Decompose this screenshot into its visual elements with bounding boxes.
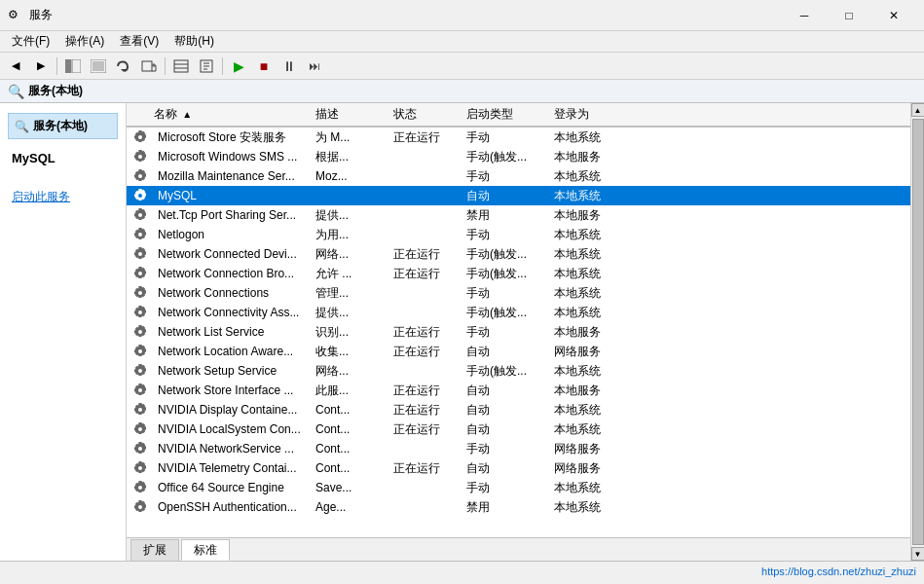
- table-row[interactable]: Microsoft Store 安装服务 为 M... 正在运行 手动 本地系统: [127, 128, 910, 147]
- row-name: NVIDIA LocalSystem Con...: [154, 422, 312, 436]
- table-row[interactable]: OpenSSH Authentication... Age... 禁用 本地系统: [127, 497, 910, 517]
- table-row[interactable]: Network Connectivity Ass... 提供... 手动(触发.…: [127, 303, 910, 322]
- row-startup: 自动: [462, 402, 550, 419]
- menu-view[interactable]: 查看(V): [112, 31, 166, 52]
- table-row[interactable]: Mozilla Maintenance Ser... Moz... 手动 本地系…: [127, 166, 910, 186]
- scroll-down-arrow[interactable]: ▼: [911, 547, 925, 561]
- menu-action[interactable]: 操作(A): [57, 31, 112, 52]
- row-startup: 禁用: [462, 499, 550, 516]
- row-desc: 管理...: [312, 285, 389, 302]
- row-desc: Moz...: [312, 169, 389, 183]
- properties-btn[interactable]: [195, 55, 218, 77]
- row-login: 本地系统: [550, 129, 638, 146]
- menu-file[interactable]: 文件(F): [4, 31, 57, 52]
- stop-button[interactable]: ■: [252, 55, 276, 77]
- row-startup: 手动: [462, 129, 550, 146]
- row-login: 本地系统: [550, 246, 638, 263]
- list-btn[interactable]: [169, 55, 193, 77]
- table-row[interactable]: NVIDIA Display Containe... Cont... 正在运行 …: [127, 400, 910, 420]
- table-row[interactable]: NVIDIA Telemetry Contai... Cont... 正在运行 …: [127, 458, 910, 478]
- table-row[interactable]: Network Location Aware... 收集... 正在运行 自动 …: [127, 342, 910, 361]
- table-row[interactable]: Microsoft Windows SMS ... 根据... 手动(触发...…: [127, 147, 910, 166]
- right-panel: 名称 ▲ 描述 状态 启动类型 登录为 Microsoft Store 安装服务…: [127, 103, 910, 561]
- row-desc: 允许 ...: [312, 266, 389, 282]
- row-icon-cell: [127, 363, 154, 379]
- col-header-login[interactable]: 登录为: [550, 106, 638, 123]
- service-name: MySQL: [12, 151, 114, 165]
- table-row[interactable]: NVIDIA LocalSystem Con... Cont... 正在运行 自…: [127, 420, 910, 439]
- col-header-status[interactable]: 状态: [389, 106, 462, 123]
- back-button[interactable]: ◀: [4, 55, 27, 77]
- tab-expand[interactable]: 扩展: [130, 539, 179, 561]
- status-url: https://blog.csdn.net/zhuzi_zhuzi: [761, 566, 916, 577]
- row-icon-cell: [127, 344, 154, 359]
- row-login: 本地系统: [550, 305, 638, 321]
- up-button[interactable]: [87, 55, 110, 77]
- table-row[interactable]: Netlogon 为用... 手动 本地系统: [127, 225, 910, 244]
- row-name: Microsoft Store 安装服务: [154, 129, 312, 146]
- row-icon-cell: [127, 480, 154, 495]
- row-icon-cell: [127, 207, 154, 223]
- service-info-panel: MySQL 启动此服务: [8, 143, 118, 213]
- row-desc: 根据...: [312, 149, 389, 165]
- sidebar-icon: 🔍: [15, 120, 29, 133]
- maximize-button[interactable]: □: [827, 0, 871, 31]
- row-name: NVIDIA Telemetry Contai...: [154, 461, 312, 475]
- table-row[interactable]: NVIDIA NetworkService ... Cont... 手动 网络服…: [127, 439, 910, 458]
- bottom-tabs: 扩展 标准: [127, 537, 910, 561]
- row-startup: 自动: [462, 460, 550, 477]
- minimize-button[interactable]: ─: [782, 0, 827, 31]
- col-header-desc[interactable]: 描述: [312, 106, 389, 123]
- table-row[interactable]: Net.Tcp Port Sharing Ser... 提供... 禁用 本地服…: [127, 205, 910, 225]
- row-name: Network Connection Bro...: [154, 267, 312, 280]
- pause-button[interactable]: ⏸: [277, 55, 301, 77]
- table-row[interactable]: Network Setup Service 网络... 手动(触发... 本地系…: [127, 361, 910, 381]
- window-icon: ⚙: [8, 8, 23, 23]
- col-header-startup[interactable]: 启动类型: [462, 106, 550, 123]
- scroll-up-arrow[interactable]: ▲: [911, 103, 925, 117]
- table-row[interactable]: Network Connected Devi... 网络... 正在运行 手动(…: [127, 244, 910, 264]
- menu-help[interactable]: 帮助(H): [166, 31, 222, 52]
- row-icon-cell: [127, 188, 154, 203]
- row-startup: 手动: [462, 324, 550, 341]
- table-body[interactable]: Microsoft Store 安装服务 为 M... 正在运行 手动 本地系统…: [127, 128, 910, 537]
- table-row[interactable]: Network Connection Bro... 允许 ... 正在运行 手动…: [127, 264, 910, 283]
- svg-rect-1: [72, 59, 81, 73]
- play-button[interactable]: ▶: [227, 55, 250, 77]
- row-desc: Save...: [312, 481, 389, 494]
- row-desc: Cont...: [312, 403, 389, 417]
- row-status: 正在运行: [389, 344, 462, 360]
- forward-button[interactable]: ▶: [29, 55, 53, 77]
- row-startup: 禁用: [462, 207, 550, 224]
- export-button[interactable]: [137, 55, 161, 77]
- right-scrollbar[interactable]: ▲ ▼: [910, 103, 924, 561]
- start-service-link[interactable]: 启动此服务: [12, 190, 70, 203]
- row-name: Network Connectivity Ass...: [154, 306, 312, 319]
- restart-button[interactable]: ⏭: [303, 55, 326, 77]
- col-header-name[interactable]: 名称 ▲: [127, 106, 312, 123]
- table-row[interactable]: Network Store Interface ... 此服... 正在运行 自…: [127, 381, 910, 400]
- row-login: 本地服务: [550, 383, 638, 399]
- row-login: 本地系统: [550, 188, 638, 204]
- tab-standard[interactable]: 标准: [181, 539, 230, 561]
- row-startup: 手动(触发...: [462, 266, 550, 282]
- row-login: 本地系统: [550, 480, 638, 496]
- row-login: 本地系统: [550, 285, 638, 302]
- table-row[interactable]: MySQL 自动 本地系统: [127, 186, 910, 205]
- row-startup: 手动: [462, 441, 550, 457]
- row-desc: 网络...: [312, 363, 389, 380]
- toolbar-sep-3: [222, 57, 223, 75]
- row-startup: 自动: [462, 421, 550, 438]
- sidebar-services-local[interactable]: 🔍 服务(本地): [8, 113, 118, 139]
- scroll-thumb[interactable]: [912, 119, 924, 545]
- close-button[interactable]: ✕: [871, 0, 916, 31]
- row-status: 正在运行: [389, 246, 462, 263]
- row-desc: 收集...: [312, 344, 389, 360]
- table-row[interactable]: Network List Service 识别... 正在运行 手动 本地服务: [127, 322, 910, 342]
- row-icon-cell: [127, 402, 154, 418]
- refresh-button[interactable]: [112, 55, 135, 77]
- row-icon-cell: [127, 305, 154, 320]
- table-row[interactable]: Office 64 Source Engine Save... 手动 本地系统: [127, 478, 910, 497]
- table-row[interactable]: Network Connections 管理... 手动 本地系统: [127, 283, 910, 303]
- show-hide-button[interactable]: [61, 55, 85, 77]
